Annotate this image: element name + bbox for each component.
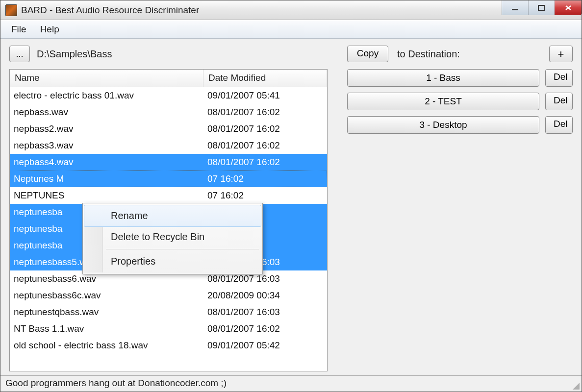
cell-date: 08/01/2007 16:02 <box>203 157 327 168</box>
menu-help[interactable]: Help <box>33 22 66 37</box>
close-icon <box>564 4 573 11</box>
table-row[interactable]: NT Bass 1.1.wav08/01/2007 16:02 <box>10 320 327 337</box>
status-text: Good programmers hang out at Donationcod… <box>5 378 227 388</box>
svg-rect-0 <box>512 9 518 10</box>
table-row[interactable]: Neptunes M07 16:02 <box>10 171 327 187</box>
table-row[interactable]: electro - electric bass 01.wav09/01/2007… <box>10 87 327 104</box>
cell-name: old school - electric bass 18.wav <box>10 340 203 351</box>
cell-name: neptunestqbass.wav <box>10 307 203 318</box>
maximize-button[interactable] <box>528 0 555 15</box>
context-menu-properties[interactable]: Properties <box>84 251 261 272</box>
minimize-icon <box>511 4 520 11</box>
context-menu-delete[interactable]: Delete to Recycle Bin <box>84 226 261 247</box>
close-button[interactable] <box>555 0 582 15</box>
cell-date: 08/01/2007 16:02 <box>203 107 327 118</box>
table-header: Name Date Modified <box>10 70 327 87</box>
destination-button[interactable]: 3 - Desktop <box>347 116 539 134</box>
minimize-button[interactable] <box>502 0 529 15</box>
copy-row: Copy to Destination: + <box>347 46 573 62</box>
current-path: D:\Samples\Bass <box>37 49 112 60</box>
cell-date: 08/01/2007 16:02 <box>203 140 327 151</box>
cell-date: 08/01/2007 16:02 <box>203 123 327 134</box>
table-row[interactable]: old school - electric bass 18.wav09/01/2… <box>10 337 327 354</box>
cell-date: 08/01/2007 16:03 <box>203 273 327 284</box>
add-destination-button[interactable]: + <box>549 46 573 62</box>
context-menu-rename[interactable]: Rename <box>84 205 261 227</box>
menu-file[interactable]: File <box>4 22 33 37</box>
cell-date: 09/01/2007 05:42 <box>203 340 327 351</box>
table-row[interactable]: neptunesbass6c.wav20/08/2009 00:34 <box>10 287 327 304</box>
cell-name: nepbass3.wav <box>10 140 203 151</box>
browse-button[interactable]: ... <box>9 46 30 62</box>
path-row: ... D:\Samples\Bass <box>9 46 328 62</box>
cell-name: NT Bass 1.1.wav <box>10 323 203 334</box>
to-destination-label: to Destination: <box>397 49 460 60</box>
cell-name: NEPTUNES <box>10 190 203 201</box>
column-name[interactable]: Name <box>10 70 203 87</box>
cell-name: nepbass2.wav <box>10 123 203 134</box>
cell-date: 07 16:02 <box>203 173 327 184</box>
delete-destination-button[interactable]: Del <box>545 116 573 134</box>
context-menu-separator <box>106 249 259 249</box>
table-row[interactable]: nepbass.wav08/01/2007 16:02 <box>10 104 327 121</box>
menubar: File Help <box>0 20 582 39</box>
app-icon <box>5 4 17 16</box>
destination-list: 1 - BassDel2 - TESTDel3 - DesktopDel <box>347 69 573 140</box>
table-row[interactable]: nepbass3.wav08/01/2007 16:02 <box>10 137 327 154</box>
delete-destination-button[interactable]: Del <box>545 93 573 110</box>
cell-name: nepbass4.wav <box>10 157 203 168</box>
cell-name: nepbass.wav <box>10 107 203 118</box>
table-row[interactable]: nepbass4.wav08/01/2007 16:02 <box>10 154 327 171</box>
cell-date: 08/01/2007 16:02 <box>203 323 327 334</box>
column-date[interactable]: Date Modified <box>203 70 327 87</box>
app-window: BARD - Best Audio Resource Discriminater… <box>0 0 582 392</box>
cell-date: 20/08/2009 00:34 <box>203 290 327 301</box>
table-row[interactable]: NEPTUNES07 16:02 <box>10 187 327 204</box>
delete-destination-button[interactable]: Del <box>545 69 573 87</box>
cell-name: neptunesbass6.wav <box>10 273 203 284</box>
context-menu: Rename Delete to Recycle Bin Properties <box>82 203 263 274</box>
destination-button[interactable]: 1 - Bass <box>347 69 539 87</box>
cell-date: 07 16:02 <box>203 190 327 201</box>
right-pane: Copy to Destination: + 1 - BassDel2 - TE… <box>347 46 573 371</box>
window-title: BARD - Best Audio Resource Discriminater <box>21 5 199 16</box>
window-controls <box>502 0 582 15</box>
titlebar[interactable]: BARD - Best Audio Resource Discriminater <box>0 0 582 20</box>
destination-row: 1 - BassDel <box>347 69 573 87</box>
statusbar: Good programmers hang out at Donationcod… <box>0 375 582 392</box>
destination-button[interactable]: 2 - TEST <box>347 93 539 110</box>
maximize-icon <box>537 4 546 11</box>
cell-name: electro - electric bass 01.wav <box>10 90 203 101</box>
cell-name: Neptunes M <box>10 173 203 184</box>
destination-row: 2 - TESTDel <box>347 93 573 110</box>
destination-row: 3 - DesktopDel <box>347 116 573 134</box>
cell-name: neptunesbass6c.wav <box>10 290 203 301</box>
copy-button[interactable]: Copy <box>347 46 388 62</box>
cell-date: 08/01/2007 16:03 <box>203 307 327 318</box>
table-row[interactable]: neptunestqbass.wav08/01/2007 16:03 <box>10 304 327 320</box>
svg-rect-1 <box>538 5 544 10</box>
resize-grip[interactable] <box>572 382 580 390</box>
table-row[interactable]: nepbass2.wav08/01/2007 16:02 <box>10 121 327 137</box>
cell-date: 09/01/2007 05:41 <box>203 90 327 101</box>
